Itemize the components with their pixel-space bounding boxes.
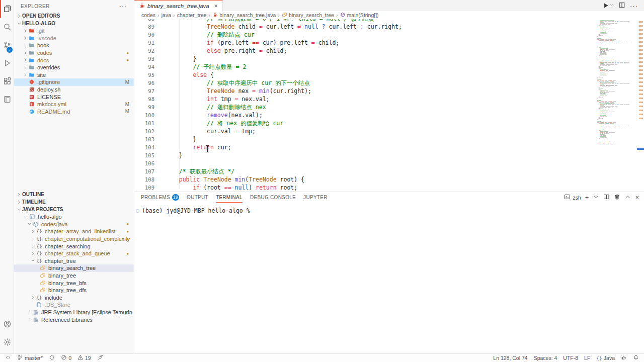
activity-item-run-debug[interactable] (0, 54, 14, 72)
breadcrumb-item-5[interactable]: binary_search_tree (282, 12, 334, 19)
status-java-status[interactable] (621, 354, 627, 361)
breadcrumb-item-3[interactable]: chapter_tree (177, 12, 207, 18)
terminal-dropdown-button[interactable] (593, 194, 599, 201)
section-timeline[interactable]: TIMELINE (14, 198, 134, 206)
breadcrumb-item-6[interactable]: main(String[]) (340, 12, 379, 19)
status-launch[interactable] (97, 354, 103, 361)
java-item-binary_tree[interactable]: binary_tree (14, 272, 134, 280)
explorer-item-.git[interactable]: .git (14, 27, 134, 35)
java-item-include[interactable]: {}include (14, 294, 134, 302)
chevron-right-icon[interactable] (22, 65, 28, 70)
explorer-item-README.md[interactable]: README.mdM (14, 108, 134, 116)
new-terminal-button[interactable]: + (585, 194, 589, 201)
status-language-mode[interactable]: {}Java (596, 355, 615, 361)
tab-binary-search-tree[interactable]: binary_search_tree.java × (134, 0, 223, 11)
explorer-item-deploy.sh[interactable]: deploy.sh (14, 86, 134, 94)
explorer-item-overrides[interactable]: overrides (14, 64, 134, 71)
breadcrumb-item-4[interactable]: binary_search_tree.java (212, 12, 276, 19)
status-indentation[interactable]: Spaces: 4 (534, 355, 557, 361)
split-terminal-button[interactable] (603, 194, 610, 201)
close-panel-button[interactable]: × (635, 194, 639, 201)
explorer-item-.vscode[interactable]: .vscode (14, 35, 134, 42)
chevron-right-icon[interactable] (30, 295, 36, 300)
java-item-binary_tree_bfs[interactable]: binary_tree_bfs (14, 279, 134, 287)
chevron-right-icon[interactable] (22, 36, 28, 40)
chevron-right-icon[interactable] (22, 58, 28, 62)
split-editor-button[interactable] (618, 2, 625, 10)
section-outline[interactable]: OUTLINE (14, 191, 134, 198)
activity-item-source-control[interactable]: 7 (0, 36, 14, 54)
java-item-chapter_tree[interactable]: {}chapter_tree (14, 257, 134, 265)
status-remote[interactable] (5, 354, 11, 361)
close-icon[interactable]: × (214, 3, 218, 10)
chevron-right-icon[interactable] (30, 251, 36, 256)
chevron-right-icon[interactable] (26, 317, 32, 322)
maximize-panel-button[interactable] (624, 194, 631, 201)
kill-terminal-button[interactable] (614, 194, 620, 201)
java-item-chapter_array_and_linkedlist[interactable]: {}chapter_array_and_linkedlist● (14, 228, 134, 235)
chevron-right-icon[interactable] (30, 237, 36, 241)
java-item-chapter_searching[interactable]: {}chapter_searching (14, 242, 134, 250)
activity-item-settings[interactable] (0, 333, 14, 351)
code-editor[interactable]: 88 // 当子结点数量 = 0 / 1 时， child = null / 该… (134, 19, 644, 192)
more-actions-icon[interactable]: ··· (119, 3, 127, 10)
activity-item-account[interactable] (0, 315, 14, 333)
overview-ruler[interactable] (638, 19, 644, 192)
panel-tab-problems[interactable]: PROBLEMS19 (141, 192, 179, 203)
activity-item-search[interactable] (0, 18, 14, 36)
status-errors[interactable]: 0 (61, 354, 71, 361)
chevron-down-icon[interactable] (26, 222, 32, 226)
command-decoration-icon[interactable] (136, 209, 139, 213)
java-item-codes/java[interactable]: codes/java● (14, 221, 134, 228)
activity-item-explorer[interactable] (0, 0, 14, 18)
panel-tab-output[interactable]: OUTPUT (187, 192, 208, 203)
chevron-down-icon[interactable] (23, 215, 29, 219)
explorer-item-site[interactable]: site (14, 71, 134, 79)
more-actions-button[interactable]: ··· (630, 2, 638, 10)
explorer-item-.gitignore[interactable]: .gitignoreM (14, 78, 134, 86)
chevron-right-icon[interactable] (30, 244, 36, 248)
activity-item-extensions[interactable] (0, 72, 14, 90)
java-item-chapter_computational_complexity[interactable]: {}chapter_computational_complexity● (14, 235, 134, 243)
status-cursor-position[interactable]: Ln 128, Col 74 (493, 355, 527, 361)
chevron-down-icon[interactable] (30, 258, 36, 263)
status-encoding[interactable]: UTF-8 (563, 355, 578, 361)
panel-tab-terminal[interactable]: TERMINAL (216, 192, 243, 203)
breadcrumb-item-1[interactable]: codes (141, 12, 155, 18)
section-java-projects[interactable]: JAVA PROJECTS (14, 206, 134, 213)
status-notifications[interactable] (633, 354, 639, 361)
panel-tab-jupyter[interactable]: JUPYTER (303, 192, 328, 203)
java-item-.DS_Store[interactable]: .DS_Store (14, 301, 134, 309)
java-item-binary_search_tree[interactable]: binary_search_tree (14, 264, 134, 272)
terminal-view[interactable]: (base) jyd@JYD-MBP hello-algo % (134, 203, 644, 353)
chevron-right-icon[interactable] (26, 310, 32, 315)
terminal-shell-select[interactable]: zsh (564, 194, 581, 201)
chevron-right-icon[interactable] (22, 51, 28, 55)
explorer-item-mkdocs.yml[interactable]: mkdocs.ymlM (14, 101, 134, 108)
status-branch[interactable]: master* (17, 354, 43, 361)
minimap[interactable] (596, 20, 637, 149)
run-button[interactable] (602, 2, 614, 9)
chevron-right-icon[interactable] (30, 229, 36, 234)
java-item-binary_tree_dfs[interactable]: binary_tree_dfs (14, 287, 134, 294)
chevron-right-icon[interactable] (22, 29, 28, 33)
explorer-item-book[interactable]: book (14, 42, 134, 49)
explorer-item-docs[interactable]: docs● (14, 56, 134, 64)
panel-tab-debug-console[interactable]: DEBUG CONSOLE (250, 192, 296, 203)
section-open-editors[interactable]: OPEN EDITORS (14, 12, 134, 20)
explorer-item-codes[interactable]: codes● (14, 49, 134, 57)
explorer-item-LICENSE[interactable]: LICENSE (14, 93, 134, 101)
chevron-right-icon[interactable] (22, 72, 28, 77)
status-eol[interactable]: LF (584, 355, 590, 361)
section-hello-algo[interactable]: HELLO-ALGO (14, 20, 134, 27)
chevron-down-icon[interactable] (609, 3, 614, 9)
chevron-right-icon[interactable] (22, 43, 28, 48)
java-item-chapter_stack_and_queue[interactable]: {}chapter_stack_and_queue● (14, 250, 134, 257)
activity-item-notebook[interactable] (0, 90, 14, 109)
status-warnings[interactable]: 19 (77, 354, 91, 361)
java-item-JRE System Library [Eclipse Temurin 17 [17...[interactable]: JRE System Library [Eclipse Temurin 17 [… (14, 309, 134, 316)
java-item-Referenced Libraries[interactable]: Referenced Libraries (14, 316, 134, 323)
status-sync[interactable] (49, 354, 55, 361)
breadcrumb-item-2[interactable]: java (162, 12, 171, 18)
java-item-hello-algo[interactable]: hello-algo (14, 213, 134, 221)
